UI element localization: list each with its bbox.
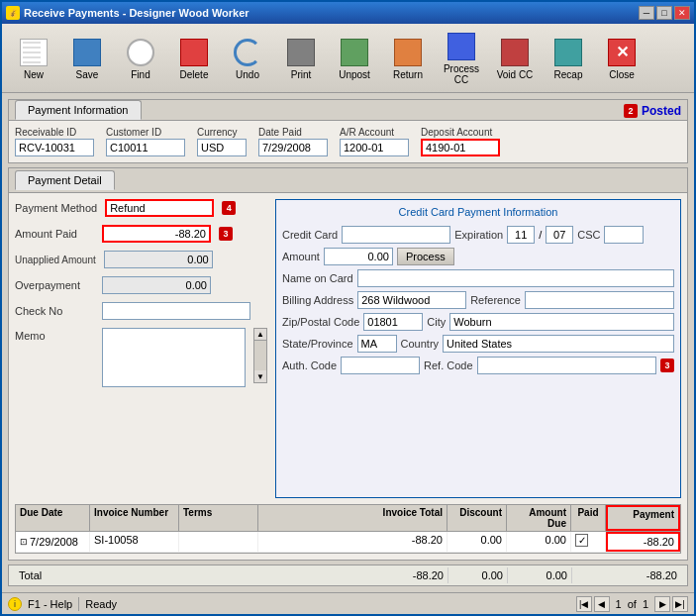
cc-number-input[interactable] — [342, 226, 450, 244]
cc-row-5: Zip/Postal Code City — [282, 313, 674, 331]
cell-payment: -88.20 — [606, 532, 680, 552]
overpayment-input[interactable] — [102, 276, 211, 294]
status-text: Ready — [85, 598, 117, 610]
new-button[interactable]: New — [8, 28, 59, 88]
col-header-due-date: Due Date — [16, 505, 90, 531]
print-icon — [287, 39, 315, 66]
total-payment: -88.20 — [607, 567, 681, 583]
unpost-icon — [341, 39, 368, 66]
payment-method-input[interactable] — [105, 199, 214, 217]
save-icon — [73, 39, 101, 66]
deposit-account-input[interactable] — [421, 139, 500, 156]
cc-zip-input[interactable] — [363, 313, 423, 331]
memo-textarea[interactable] — [102, 328, 246, 387]
cell-terms — [179, 532, 258, 552]
cc-row-3: Name on Card — [282, 269, 674, 287]
cc-auth-input[interactable] — [341, 357, 420, 374]
ar-account-input[interactable] — [340, 139, 409, 156]
ar-account-field: A/R Account — [340, 127, 409, 156]
status-bar: i F1 - Help Ready |◀ ◀ 1 of 1 ▶ ▶| — [2, 592, 694, 614]
cc-exp-month-input[interactable] — [507, 226, 535, 244]
nav-first-button[interactable]: |◀ — [576, 596, 592, 612]
badge-3-right: 3 — [660, 359, 674, 372]
customer-id-input[interactable] — [106, 139, 185, 156]
customer-id-field: Customer ID — [106, 127, 185, 156]
undo-button[interactable]: Undo — [222, 28, 273, 88]
total-row: Total -88.20 0.00 0.00 -88.20 — [8, 565, 688, 586]
cc-name-input[interactable] — [357, 269, 674, 287]
cc-row-6: State/Province Country — [282, 335, 674, 353]
cc-row-7: Auth. Code Ref. Code 3 — [282, 357, 674, 374]
paid-checkbox[interactable]: ✓ — [575, 534, 588, 547]
total-invoice: -88.20 — [369, 567, 448, 583]
payment-info-section: Payment Information 2 Posted Receivable … — [8, 99, 688, 163]
void-cc-button[interactable]: Void CC — [489, 28, 541, 88]
memo-scroll-up[interactable]: ▲ — [254, 329, 266, 341]
delete-button[interactable]: Delete — [168, 28, 220, 88]
title-bar: 💰 Receive Payments - Designer Wood Worke… — [2, 2, 694, 24]
unapplied-amount-input[interactable] — [104, 251, 213, 268]
process-cc-icon — [447, 33, 475, 60]
minimize-button[interactable]: ─ — [639, 6, 654, 20]
cc-csc-input[interactable] — [604, 226, 644, 244]
unapplied-amount-row: Unapplied Amount — [15, 251, 267, 268]
tab-payment-detail[interactable]: Payment Detail — [15, 170, 115, 190]
tab-bar: Payment Information — [15, 100, 142, 120]
memo-scroll-down[interactable]: ▼ — [254, 370, 266, 382]
return-button[interactable]: Return — [382, 28, 434, 88]
maximize-button[interactable]: □ — [656, 6, 672, 20]
process-button[interactable]: Process — [397, 248, 454, 265]
tab-payment-information[interactable]: Payment Information — [15, 100, 142, 120]
cell-invoice-total: -88.20 — [258, 532, 447, 552]
save-button[interactable]: Save — [61, 28, 113, 88]
find-button[interactable]: Find — [115, 28, 166, 88]
unpost-button[interactable]: Unpost — [329, 28, 380, 88]
cc-amount-input[interactable] — [324, 248, 393, 265]
recap-icon — [554, 39, 582, 66]
page-number: 1 — [616, 598, 622, 610]
find-icon — [127, 39, 154, 66]
date-paid-input[interactable] — [258, 139, 328, 156]
close-button[interactable]: ✕ Close — [596, 28, 647, 88]
badge-2: 2 — [624, 104, 638, 118]
overpayment-row: Overpayment — [15, 276, 267, 294]
cell-paid: ✓ — [571, 532, 606, 552]
invoice-grid: Due Date Invoice Number Terms Invoice To… — [15, 504, 681, 554]
receivable-id-input[interactable] — [15, 139, 94, 156]
cc-country-input[interactable] — [443, 335, 674, 353]
nav-next-button[interactable]: ▶ — [654, 596, 670, 612]
cc-billing-input[interactable] — [357, 291, 466, 309]
print-button[interactable]: Print — [275, 28, 327, 88]
close-window-button[interactable]: ✕ — [674, 6, 690, 20]
cell-discount: 0.00 — [447, 532, 507, 552]
cc-title: Credit Card Payment Information — [282, 206, 674, 218]
memo-row: Memo ▲ ▼ — [15, 328, 267, 387]
currency-field: Currency — [197, 127, 247, 156]
process-cc-button[interactable]: Process CC — [436, 28, 487, 88]
info-icon: i — [8, 597, 22, 611]
nav-last-button[interactable]: ▶| — [672, 596, 688, 612]
row-expand-button[interactable]: ⊡ — [20, 537, 28, 547]
navigation-area: |◀ ◀ 1 of 1 ▶ ▶| — [576, 596, 688, 612]
cc-row-4: Billing Address Reference — [282, 291, 674, 309]
badge-4: 4 — [222, 201, 236, 215]
deposit-account-field: Deposit Account — [421, 127, 500, 156]
return-icon — [394, 39, 422, 66]
cc-city-input[interactable] — [449, 313, 674, 331]
cc-reference-input[interactable] — [525, 291, 674, 309]
col-header-payment: Payment — [606, 505, 680, 531]
nav-prev-button[interactable]: ◀ — [594, 596, 610, 612]
cc-exp-year-input[interactable] — [546, 226, 573, 244]
check-no-input[interactable] — [102, 302, 250, 320]
recap-button[interactable]: Recap — [543, 28, 594, 88]
currency-input[interactable] — [197, 139, 247, 156]
total-label: Total — [15, 569, 42, 581]
amount-paid-input[interactable] — [102, 225, 211, 243]
cell-invoice-number: SI-10058 — [90, 532, 179, 552]
cc-refcode-input[interactable] — [477, 357, 656, 374]
col-header-terms: Terms — [179, 505, 258, 531]
new-icon — [20, 39, 48, 66]
amount-paid-row: Amount Paid 3 — [15, 225, 267, 243]
cc-state-input[interactable] — [357, 335, 397, 353]
help-text: F1 - Help — [28, 598, 72, 610]
